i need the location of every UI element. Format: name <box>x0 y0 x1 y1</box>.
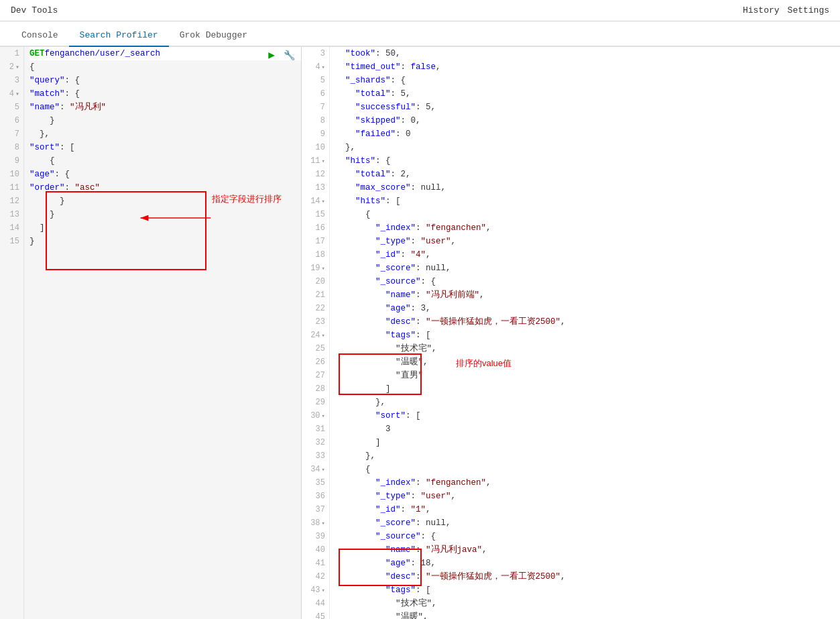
right-code-line-16: "_index": "fenganchen", <box>335 221 840 235</box>
tab-console[interactable]: Console <box>11 25 69 47</box>
left-line-num-11: 11 <box>0 181 23 194</box>
right-line-num-44: 44 <box>302 597 329 610</box>
right-code-line-19: "_score": null, <box>335 262 840 275</box>
right-code-line-15: { <box>335 208 840 221</box>
right-code-line-12: "total": 2, <box>335 168 840 181</box>
left-line-num-9: 9 <box>0 154 23 168</box>
right-line-num-14: 14▾ <box>302 194 329 208</box>
right-code-line-21: "name": "冯凡利前端", <box>335 288 840 302</box>
left-line-num-4: 4 <box>0 87 23 101</box>
right-line-num-13: 13 <box>302 181 329 194</box>
right-line-num-45: 45 <box>302 610 329 619</box>
top-bar: Dev Tools History Settings <box>0 0 840 21</box>
right-line-num-15: 15 <box>302 208 329 221</box>
left-line-num-10: 10 <box>0 168 23 181</box>
left-code-editor[interactable]: 123456789101112131415 ▶ 🔧 GET fenganchen… <box>0 47 301 619</box>
right-line-num-22: 22 <box>302 302 329 315</box>
right-line-num-21: 21 <box>302 288 329 302</box>
left-line-num-14: 14 <box>0 221 23 235</box>
right-code-line-27: "直男" <box>335 369 840 382</box>
tab-search-profiler[interactable]: Search Profiler <box>69 25 169 47</box>
right-line-num-27: 27 <box>302 369 329 382</box>
right-line-num-5: 5 <box>302 74 329 87</box>
right-code-line-35: "_index": "fenganchen", <box>335 476 840 490</box>
left-panel: 123456789101112131415 ▶ 🔧 GET fenganchen… <box>0 47 302 619</box>
right-line-num-29: 29 <box>302 396 329 409</box>
left-code-line-4: "match": { <box>29 87 301 101</box>
right-line-num-37: 37 <box>302 503 329 516</box>
right-line-num-11: 11▾ <box>302 154 329 168</box>
right-code-line-8: "skipped": 0, <box>335 114 840 127</box>
right-line-num-35: 35 <box>302 476 329 490</box>
right-line-num-25: 25 <box>302 342 329 355</box>
left-code-line-11: "order": "asc" <box>29 181 301 194</box>
right-line-num-39: 39 <box>302 530 329 543</box>
wrench-button[interactable]: 🔧 <box>282 48 296 62</box>
right-code-line-6: "total": 5, <box>335 87 840 101</box>
right-code-line-33: }, <box>335 449 840 463</box>
right-line-num-32: 32 <box>302 436 329 449</box>
editor-toolbar: ▶ 🔧 <box>265 48 296 62</box>
right-code-line-31: 3 <box>335 423 840 436</box>
right-code-line-39: "_source": { <box>335 530 840 543</box>
left-code-line-1: GET fenganchen/user/_search <box>29 47 301 60</box>
left-code-line-6: } <box>29 114 301 127</box>
right-code-line-44: "技术宅", <box>335 597 840 610</box>
history-link[interactable]: History <box>743 5 780 15</box>
right-code-line-24: "tags": [ <box>335 329 840 342</box>
right-code-line-22: "age": 3, <box>335 302 840 315</box>
settings-link[interactable]: Settings <box>788 5 829 15</box>
right-line-num-24: 24▾ <box>302 329 329 342</box>
right-code-line-43: "tags": [ <box>335 583 840 597</box>
right-line-num-12: 12 <box>302 168 329 181</box>
right-line-num-7: 7 <box>302 101 329 114</box>
right-code-line-38: "_score": null, <box>335 516 840 530</box>
right-line-num-26: 26 <box>302 355 329 369</box>
right-code-line-7: "successful": 5, <box>335 101 840 114</box>
right-line-num-3: 3 <box>302 47 329 60</box>
right-code-line-42: "desc": "一顿操作猛如虎，一看工资2500", <box>335 570 840 583</box>
left-line-num-5: 5 <box>0 101 23 114</box>
right-line-num-38: 38▾ <box>302 516 329 530</box>
left-code-line-13: } <box>29 208 301 221</box>
run-button[interactable]: ▶ <box>265 48 278 62</box>
right-line-num-34: 34▾ <box>302 463 329 476</box>
left-code-line-3: "query": { <box>29 74 301 87</box>
right-code-line-4: "timed_out": false, <box>335 60 840 74</box>
right-code-line-26: "温暖", <box>335 355 840 369</box>
right-code-line-40: "name": "冯凡利java", <box>335 543 840 557</box>
right-line-num-23: 23 <box>302 315 329 329</box>
right-line-num-40: 40 <box>302 543 329 557</box>
left-code-line-10: "age": { <box>29 168 301 181</box>
right-code-line-37: "_id": "1", <box>335 503 840 516</box>
right-code-line-34: { <box>335 463 840 476</box>
left-code-line-2: { <box>29 60 301 74</box>
right-line-num-16: 16 <box>302 221 329 235</box>
right-line-num-6: 6 <box>302 87 329 101</box>
top-bar-actions: History Settings <box>743 5 829 15</box>
left-line-num-3: 3 <box>0 74 23 87</box>
left-code-line-14: ] <box>29 221 301 235</box>
right-code-line-3: "took": 50, <box>335 47 840 60</box>
right-code-line-20: "_source": { <box>335 275 840 288</box>
left-line-num-1: 1 <box>0 47 23 60</box>
left-line-num-15: 15 <box>0 235 23 248</box>
right-panel[interactable]: 34▾567891011▾121314▾1516171819▾202122232… <box>302 47 840 619</box>
right-code-line-45: "温暖", <box>335 610 840 619</box>
right-line-num-36: 36 <box>302 490 329 503</box>
right-line-num-4: 4▾ <box>302 60 329 74</box>
right-wrapper: 34▾567891011▾121314▾1516171819▾202122232… <box>302 47 840 619</box>
right-code-line-10: }, <box>335 141 840 154</box>
right-line-numbers: 34▾567891011▾121314▾1516171819▾202122232… <box>302 47 330 619</box>
right-line-num-33: 33 <box>302 449 329 463</box>
right-code-content[interactable]: "took": 50, "timed_out": false, "_shards… <box>330 47 840 619</box>
left-code-line-9: { <box>29 154 301 168</box>
left-code-content[interactable]: ▶ 🔧 GET fenganchen/user/_search{ "query"… <box>24 47 301 619</box>
right-line-num-31: 31 <box>302 423 329 436</box>
left-code-line-15: } <box>29 235 301 248</box>
right-code-line-17: "_type": "user", <box>335 235 840 248</box>
left-line-num-2: 2 <box>0 60 23 74</box>
right-code-line-41: "age": 18, <box>335 557 840 570</box>
tab-grok-debugger[interactable]: Grok Debugger <box>169 25 258 47</box>
right-code-line-23: "desc": "一顿操作猛如虎，一看工资2500", <box>335 315 840 329</box>
